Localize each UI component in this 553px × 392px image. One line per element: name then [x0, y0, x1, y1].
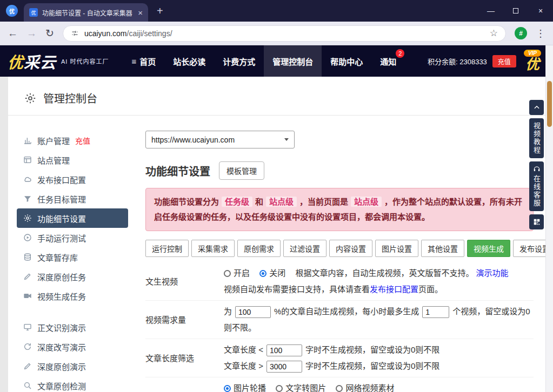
row2-text: 为 [224, 307, 232, 316]
radio-option-off[interactable]: 关闭 [259, 268, 285, 278]
extension-icon[interactable]: # [515, 27, 527, 39]
sidebar-item-feature-settings[interactable]: 功能细节设置 [17, 208, 128, 228]
site-select[interactable]: https://www.ucaiyun.com [145, 131, 295, 148]
bookmark-star-icon[interactable]: ☆ [490, 28, 498, 39]
forward-button[interactable]: → [26, 28, 37, 38]
sidebar-item-publish-api[interactable]: 发布接口配置 [17, 170, 128, 189]
sidebar-item-video-task[interactable]: 视频生成任务 [17, 286, 128, 306]
tab-filter[interactable]: 过滤设置 [283, 240, 327, 257]
radio-icon[interactable] [276, 385, 283, 392]
nav-item-pricing[interactable]: 计费方式 [214, 45, 264, 77]
vip-badge[interactable]: VIP 优 [524, 50, 541, 72]
browser-menu-icon[interactable]: ⋮ [536, 28, 545, 39]
pencil-icon [23, 272, 32, 281]
video-tutorial-widget[interactable]: 视频教程 [529, 118, 544, 158]
new-tab-button[interactable]: + [157, 5, 163, 17]
sidebar-item-task-targets[interactable]: 任务目标管理 [17, 189, 128, 208]
nav-item-help-center[interactable]: 帮助中心 [322, 45, 371, 77]
radio-icon[interactable] [336, 385, 343, 392]
recharge-button[interactable]: 充值 [492, 55, 516, 67]
sidebar-item-label: 深度改写演示 [37, 341, 86, 353]
back-button[interactable]: ← [8, 28, 18, 38]
back-to-top-button[interactable] [529, 100, 544, 115]
refresh-icon [23, 342, 32, 351]
video-camera-icon [23, 292, 32, 300]
floating-widgets: 视频教程 在线客服 [529, 100, 544, 229]
radio-option-text-to-image[interactable]: 文字转图片 [276, 383, 326, 392]
newspaper-icon [23, 156, 32, 164]
gear-icon [24, 92, 36, 104]
tab-run-control[interactable]: 运行控制 [145, 240, 189, 257]
radio-icon[interactable] [224, 270, 231, 277]
nav-label: 首页 [139, 56, 156, 67]
nav-item-must-read[interactable]: 站长必读 [164, 45, 214, 77]
percent-input[interactable] [235, 306, 271, 318]
browser-tab[interactable]: 优 功能细节设置 - 自动文章采集器 × [24, 3, 148, 22]
radio-icon-checked[interactable] [224, 385, 231, 392]
sidebar-item-sites[interactable]: 站点管理 [17, 150, 128, 170]
nav-item-home[interactable]: ≡首页 [123, 45, 164, 77]
hourly-max-input[interactable] [422, 306, 449, 318]
site-logo[interactable]: 优采云 [8, 50, 56, 72]
row-content: 图片轮播 文字转图片 网络视频素材 720p积分消耗: 20积分/分钟；1080… [224, 380, 534, 392]
sidebar-item-article-store[interactable]: 文章暂存库 [17, 247, 128, 267]
demo-feature-link[interactable]: 演示功能 [476, 268, 509, 278]
row-label: 视频需求量 [145, 314, 224, 325]
sidebar-item-text-recognition-demo[interactable]: 正文识别演示 [17, 317, 128, 337]
sidebar-item-label: 深度原创任务 [37, 271, 86, 282]
sidebar-item-originality-check[interactable]: 文章原创检测 [17, 376, 128, 392]
list-icon: ≡ [131, 57, 136, 66]
template-manage-button[interactable]: 模板管理 [219, 161, 264, 180]
row2-text: %的文章自动生成视频，每小时最多生成 [274, 307, 419, 316]
sidebar-item-original-demo[interactable]: 深度原创演示 [17, 356, 128, 376]
radio-option-image-carousel[interactable]: 图片轮播 [224, 383, 266, 392]
tab-collect[interactable]: 采集需求 [191, 240, 235, 257]
nav-item-admin-console[interactable]: 管理控制台 [264, 45, 322, 77]
tab-video-gen[interactable]: 视频生成 [467, 240, 510, 257]
publish-api-link[interactable]: 发布接口配置 [370, 285, 418, 294]
settings-level-alert: 功能细节设置分为任务级和站点级，当前页面是站点级，作为整个站点的默认设置，所有未… [145, 188, 534, 231]
sidebar-item-deep-original-task[interactable]: 深度原创任务 [17, 267, 128, 286]
maximize-button[interactable] [503, 0, 528, 22]
address-bar[interactable]: ucaiyun.com/caiji/settings/ ☆ [63, 25, 506, 42]
notification-badge: 2 [396, 49, 404, 58]
row3-text: 字时不生成视频，留空或设为0则不限 [305, 345, 439, 354]
max-length-input[interactable] [266, 361, 302, 373]
reload-button[interactable]: ↻ [45, 28, 54, 38]
min-length-input[interactable] [266, 344, 302, 356]
points-balance: 积分余额: 2308333 [428, 56, 487, 66]
tab-content[interactable]: 内容设置 [329, 240, 372, 257]
sidebar-item-account[interactable]: 账户管理 充值 [17, 131, 128, 150]
nav-item-notifications[interactable]: 通知2 [371, 45, 405, 77]
row1-line2-text: 视频自动发布需要接口支持，具体请查看 [224, 285, 370, 294]
tab-image[interactable]: 图片设置 [375, 240, 418, 257]
main-panel: https://www.ucaiyun.com 功能细节设置 模板管理 功能细节… [145, 131, 534, 392]
radio-icon-checked[interactable] [259, 270, 266, 277]
page-head: 管理控制台 [8, 77, 545, 116]
tab-other[interactable]: 其他设置 [421, 240, 464, 257]
tab-publish[interactable]: 发布设置 [513, 240, 545, 257]
radio-option-web-video[interactable]: 网络视频素材 [336, 383, 394, 392]
sidebar-item-rewrite-demo[interactable]: 深度改写演示 [17, 337, 128, 356]
nav-label: 站长必读 [173, 56, 205, 67]
radio-option-on[interactable]: 开启 [224, 268, 250, 278]
site-settings-icon[interactable] [71, 29, 79, 37]
radio-label: 开启 [234, 268, 250, 278]
qr-code-widget[interactable] [529, 214, 544, 229]
page-scrollbar[interactable] [545, 45, 553, 392]
nav-label: 帮助中心 [330, 56, 363, 67]
online-service-widget[interactable]: 在线客服 [529, 161, 544, 211]
tab-original[interactable]: 原创需求 [237, 240, 281, 257]
close-button[interactable]: × [528, 0, 553, 22]
tab-close-icon[interactable]: × [138, 8, 143, 17]
site-select-value: https://www.ucaiyun.com [151, 136, 235, 144]
sidebar-item-manual-test[interactable]: 手动运行测试 [17, 228, 128, 247]
monitor-icon [23, 323, 32, 332]
browser-app-icon[interactable]: 优 [6, 5, 18, 17]
sidebar-recharge-link[interactable]: 充值 [75, 135, 90, 146]
url-domain: ucaiyun.com [84, 29, 127, 38]
scrollbar-thumb[interactable] [547, 81, 552, 127]
url-text[interactable]: ucaiyun.com/caiji/settings/ [84, 29, 484, 38]
minimize-button[interactable]: — [478, 0, 503, 22]
radio-label: 关闭 [269, 268, 285, 278]
